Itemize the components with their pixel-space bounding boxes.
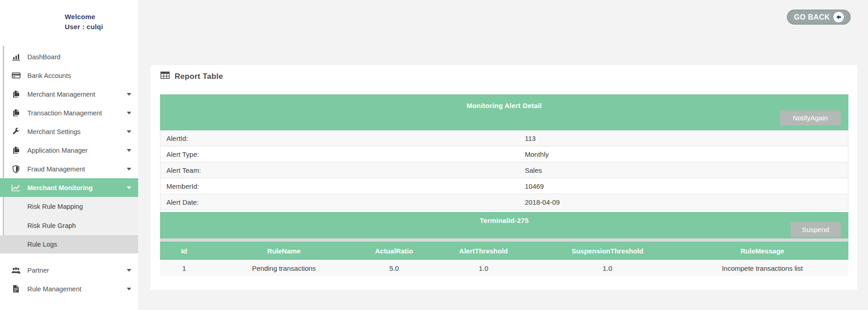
- bar-chart-icon: [11, 53, 21, 61]
- chevron-down-icon: [127, 112, 131, 114]
- sidebar-item-merchant-settings[interactable]: Merchant Settings: [0, 122, 138, 141]
- report-table-heading: Report Table: [160, 72, 223, 81]
- app-screen: Welcome User : culqi DashBoard Bank Acco…: [0, 0, 868, 310]
- detail-row-alert-type: Alert Type: Monthly: [160, 146, 848, 162]
- sidebar-item-label: Bank Accounts: [27, 72, 71, 79]
- sidebar-item-merchant-monitoring[interactable]: Merchant Monitoring: [0, 178, 138, 197]
- sidebar-item-fraud-management[interactable]: Fraud Management: [0, 160, 138, 178]
- detail-value: 2018-04-09: [525, 198, 848, 206]
- sidebar-item-merchant-management[interactable]: Merchant Management: [0, 85, 138, 103]
- column-header-actualratio: ActualRatio: [360, 247, 429, 255]
- sidebar-item-transaction-management[interactable]: Transaction Management: [0, 103, 138, 122]
- menu-divider-gap: [0, 253, 138, 261]
- rule-actual-ratio: 5.0: [360, 264, 429, 272]
- column-header-rulename: RuleName: [208, 247, 360, 255]
- back-arrow-icon: [833, 12, 844, 22]
- sidebar-menu: DashBoard Bank Accounts Merchant Managem…: [0, 47, 138, 298]
- copy-files-icon: [11, 146, 21, 154]
- detail-label: Alert Date:: [160, 198, 525, 206]
- detail-row-alertid: AlertId: 113: [160, 130, 848, 146]
- report-table-area: Monitoring Alert Detail NotifyAgain Aler…: [160, 94, 848, 276]
- sidebar-subitem-rule-logs[interactable]: Rule Logs: [0, 235, 138, 253]
- sidebar-item-label: Rule Management: [27, 285, 82, 293]
- rules-table-row: 1 Pending transactions 5.0 1.0 1.0 Incom…: [160, 261, 848, 276]
- chevron-down-icon: [127, 168, 131, 170]
- welcome-user: User : culqi: [65, 22, 103, 32]
- suspend-button[interactable]: Suspend: [790, 222, 841, 237]
- rule-suspension-threshold: 1.0: [538, 264, 676, 272]
- rule-name: Pending transactions: [208, 264, 360, 272]
- column-header-id: Id: [160, 247, 208, 255]
- detail-label: Alert Team:: [160, 166, 525, 174]
- notify-again-button[interactable]: NotifyAgain: [780, 110, 841, 125]
- sidebar-item-label: Transaction Management: [27, 109, 102, 117]
- detail-label: AlertId:: [160, 134, 525, 142]
- wrench-icon: [11, 128, 21, 135]
- terminal-header: TerminalId-275 Suspend: [160, 212, 848, 238]
- column-header-suspensionthreshold: SuspensionThreshold: [538, 247, 676, 255]
- sidebar-item-label: Partner: [27, 267, 49, 274]
- copy-files-icon: [11, 90, 21, 98]
- detail-row-alert-date: Alert Date: 2018-04-09: [160, 194, 848, 210]
- sidebar-item-bank-accounts[interactable]: Bank Accounts: [0, 66, 138, 85]
- main-content: GO BACK Report Table Monitoring Alert De…: [138, 0, 868, 310]
- sidebar-item-label: Fraud Management: [27, 165, 85, 173]
- rule-id: 1: [160, 264, 208, 272]
- rules-table-header: Id RuleName ActualRatio AlertThreshold S…: [160, 242, 848, 260]
- sidebar-item-partner[interactable]: Partner: [0, 261, 138, 279]
- sidebar-subitem-risk-rule-graph[interactable]: Risk Rule Graph: [5, 216, 138, 235]
- chevron-down-icon: [127, 186, 131, 189]
- users-icon: [11, 267, 21, 274]
- subitem-label: Risk Rule Mapping: [27, 203, 83, 210]
- sidebar: Welcome User : culqi DashBoard Bank Acco…: [0, 0, 138, 310]
- header-separator: [160, 238, 848, 242]
- welcome-line: Welcome: [65, 12, 103, 22]
- rule-message: Incompete transactions list: [676, 264, 848, 272]
- chevron-down-icon: [127, 269, 131, 272]
- subitem-label: Risk Rule Graph: [27, 222, 76, 229]
- credit-card-icon: [11, 72, 21, 79]
- sidebar-item-rule-management[interactable]: Rule Management: [0, 279, 138, 298]
- file-text-icon: [11, 285, 21, 293]
- page-title: Report Table: [175, 72, 223, 81]
- sidebar-item-label: Merchant Monitoring: [27, 184, 93, 191]
- shield-icon: [11, 165, 21, 173]
- sidebar-item-label: Merchant Settings: [27, 128, 81, 135]
- detail-value: Sales: [525, 166, 848, 174]
- column-header-rulemessage: RuleMessage: [676, 247, 848, 255]
- alert-detail-title: Monitoring Alert Detail: [160, 94, 848, 109]
- merchant-monitoring-submenu: Risk Rule Mapping Risk Rule Graph Rule L…: [5, 197, 138, 253]
- detail-row-memberid: MemberId: 10469: [160, 178, 848, 194]
- chevron-down-icon: [127, 149, 131, 152]
- report-card: Report Table Monitoring Alert Detail Not…: [150, 65, 857, 290]
- chevron-down-icon: [127, 288, 131, 290]
- sidebar-item-label: Application Manager: [27, 147, 88, 154]
- sidebar-item-application-manager[interactable]: Application Manager: [0, 141, 138, 160]
- subitem-label: Rule Logs: [27, 241, 57, 248]
- chevron-down-icon: [127, 93, 131, 96]
- welcome-text: Welcome User : culqi: [65, 12, 103, 32]
- sidebar-item-dashboard[interactable]: DashBoard: [0, 47, 138, 66]
- line-chart-icon: [11, 184, 21, 191]
- detail-value: Monthly: [525, 150, 848, 158]
- detail-label: Alert Type:: [160, 150, 525, 158]
- sidebar-subitem-risk-rule-mapping[interactable]: Risk Rule Mapping: [5, 197, 138, 216]
- terminal-title: TerminalId-275: [160, 212, 848, 224]
- chevron-down-icon: [127, 130, 131, 133]
- table-grid-icon: [160, 72, 170, 81]
- detail-row-alert-team: Alert Team: Sales: [160, 162, 848, 178]
- sidebar-item-label: Merchant Management: [27, 91, 95, 98]
- column-header-alertthreshold: AlertThreshold: [429, 247, 539, 255]
- detail-value: 113: [525, 134, 848, 142]
- sidebar-item-label: DashBoard: [27, 53, 61, 61]
- detail-label: MemberId:: [160, 182, 525, 190]
- go-back-button[interactable]: GO BACK: [787, 10, 851, 25]
- detail-value: 10469: [525, 182, 848, 190]
- alert-detail-header: Monitoring Alert Detail NotifyAgain: [160, 94, 848, 130]
- copy-files-icon: [11, 109, 21, 117]
- go-back-label: GO BACK: [794, 13, 830, 21]
- rule-alert-threshold: 1.0: [429, 264, 539, 272]
